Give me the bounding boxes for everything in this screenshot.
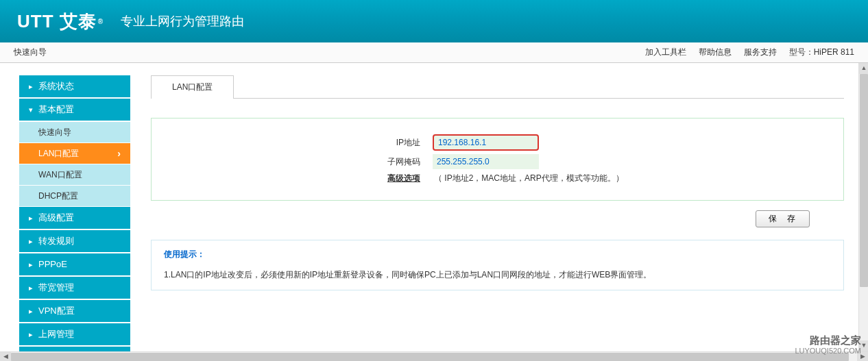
hscroll-thumb[interactable] [11,353,849,361]
model-label: 型号：HiPER 811 [789,47,854,58]
slogan: 专业上网行为管理路由 [121,13,244,29]
vscroll-thumb[interactable] [860,74,868,287]
support-link[interactable]: 服务支持 [744,47,777,58]
form-box: IP地址 子网掩码 高级选项 （ IP地址2，MAC地址，ARP代理，模式等功能… [151,118,844,201]
help-link[interactable]: 帮助信息 [699,47,732,58]
horizontal-scrollbar[interactable]: ◀ ▶ [0,351,868,361]
main: 系统状态 基本配置 快速向导 LAN口配置 WAN口配置 DHCP配置 高级配置… [0,63,868,351]
scroll-left-arrow[interactable]: ◀ [0,352,11,362]
scroll-right-arrow[interactable]: ▶ [857,352,868,362]
vertical-scrollbar[interactable]: ▲ ▼ [858,63,868,351]
logo-text: UTT 艾泰 [17,10,97,34]
nav-sub-lan-config[interactable]: LAN口配置 [19,143,130,164]
advanced-options-desc: （ IP地址2，MAC地址，ARP代理，模式等功能。） [433,173,624,184]
ip-label: IP地址 [261,137,433,149]
tips-box: 使用提示： 1.LAN口的IP地址改变后，必须使用新的IP地址重新登录设备，同时… [151,240,844,290]
nav-sub-wan-config[interactable]: WAN口配置 [19,164,130,185]
nav-vpn[interactable]: VPN配置 [19,300,130,322]
advanced-options-link[interactable]: 高级选项 [261,173,433,184]
registered-mark: ® [98,18,104,25]
sidebar: 系统状态 基本配置 快速向导 LAN口配置 WAN口配置 DHCP配置 高级配置… [0,63,137,351]
tab-lan-config[interactable]: LAN口配置 [151,75,234,99]
mask-label: 子网掩码 [261,156,433,168]
topbar: 快速向导 加入工具栏 帮助信息 服务支持 型号：HiPER 811 [0,42,868,63]
content-area: LAN口配置 IP地址 子网掩码 高级选项 （ IP地址2，MAC地址，ARP代… [137,63,868,351]
scroll-down-arrow[interactable]: ▼ [859,340,868,351]
tips-title: 使用提示： [164,249,831,260]
header: UTT 艾泰® 专业上网行为管理路由 [0,0,868,42]
logo: UTT 艾泰® [17,10,104,34]
nav-sub-dhcp-config[interactable]: DHCP配置 [19,186,130,206]
nav-basic-config[interactable]: 基本配置 [19,99,130,121]
quick-wizard-link[interactable]: 快速向导 [14,47,47,57]
nav-access-mgmt[interactable]: 上网管理 [19,323,130,345]
subnet-mask-input[interactable] [433,154,539,169]
nav-bandwidth[interactable]: 带宽管理 [19,277,130,299]
nav-system-status[interactable]: 系统状态 [19,75,130,97]
nav-advanced-config[interactable]: 高级配置 [19,207,130,229]
add-toolbar-link[interactable]: 加入工具栏 [645,47,686,58]
nav-pppoe[interactable]: PPPoE [19,253,130,275]
tips-text: 1.LAN口的IP地址改变后，必须使用新的IP地址重新登录设备，同时确保PC上已… [164,269,831,282]
nav-forward-rules[interactable]: 转发规则 [19,230,130,252]
scroll-up-arrow[interactable]: ▲ [859,63,868,74]
tab-row: LAN口配置 [151,75,844,99]
ip-address-input[interactable] [433,134,539,151]
save-button[interactable]: 保 存 [756,210,810,227]
nav-sub-quick-wizard[interactable]: 快速向导 [19,122,130,142]
